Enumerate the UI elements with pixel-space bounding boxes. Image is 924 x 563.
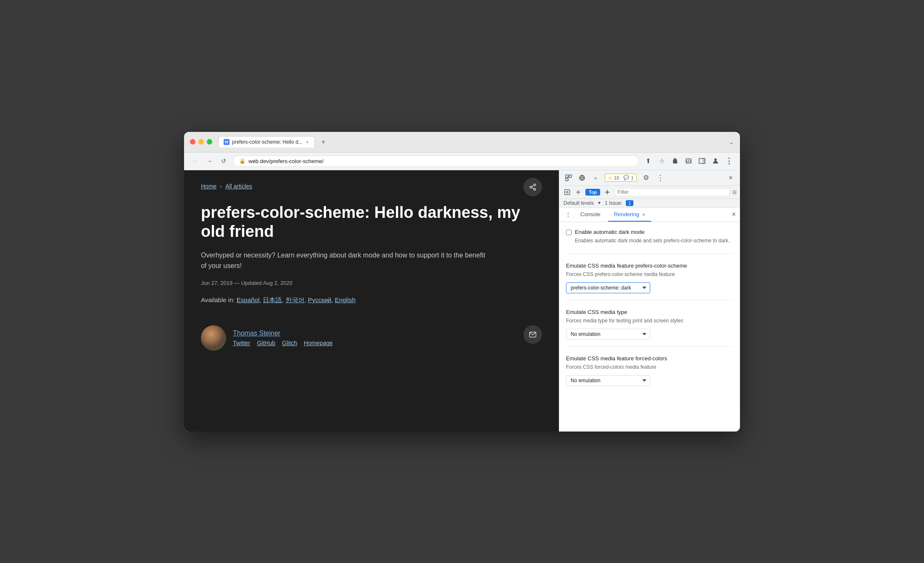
available-in-label: Available in: (201, 296, 235, 303)
devtools-panel-close[interactable]: × (732, 211, 736, 218)
author-homepage[interactable]: Homepage (304, 340, 333, 346)
auto-dark-mode-checkbox[interactable] (566, 230, 571, 235)
forward-button[interactable]: → (204, 156, 214, 166)
devtools-settings-icon[interactable]: ⚙ (640, 172, 652, 184)
devtools-tab-menu[interactable]: ⋮ (563, 208, 573, 221)
svg-point-5 (530, 186, 532, 188)
author-avatar (201, 325, 226, 351)
svg-rect-10 (566, 175, 568, 177)
devtools-network-icon[interactable] (576, 172, 588, 184)
author-name[interactable]: Thomas Steiner (233, 330, 333, 337)
issues-dropdown-icon[interactable]: ▼ (597, 201, 601, 205)
issues-badge[interactable]: 1 (626, 200, 633, 206)
tab-rendering-label: Rendering (614, 211, 639, 217)
warning-icon: ⚠ (608, 175, 612, 180)
author-twitter[interactable]: Twitter (233, 340, 250, 346)
tab-bar: W prefers-color-scheme: Hello d... × + (218, 136, 725, 148)
svg-point-3 (714, 158, 717, 161)
lang-japanese[interactable]: 日本語 (263, 296, 282, 303)
auto-dark-mode-desc: Enables automatic dark mode and sets pre… (575, 237, 730, 244)
tab-close-button[interactable]: × (305, 139, 309, 145)
svg-line-8 (531, 185, 534, 186)
author-links: Twitter GitHub Glitch Homepage (233, 340, 333, 346)
devtools-more-icon[interactable]: ⋮ (654, 172, 666, 184)
email-button[interactable] (523, 325, 542, 344)
maximize-traffic-light[interactable] (207, 139, 212, 145)
close-traffic-light[interactable] (190, 139, 195, 145)
tab-favicon: W (224, 139, 230, 145)
share-icon[interactable]: ⬆ (643, 156, 653, 166)
minimize-traffic-light[interactable] (198, 139, 204, 145)
devtools-close-icon[interactable]: × (725, 172, 737, 184)
emulate-media-select[interactable]: No emulation print screen (566, 329, 650, 340)
back-button[interactable]: ← (190, 156, 200, 166)
refresh-button[interactable]: ↺ (219, 156, 229, 166)
title-bar: W prefers-color-scheme: Hello d... × + ⌄ (184, 132, 740, 153)
emulate-prefers-color-section: Emulate CSS media feature prefers-color-… (566, 263, 733, 300)
breadcrumb-separator: › (220, 183, 222, 190)
active-tab[interactable]: W prefers-color-scheme: Hello d... × (218, 136, 315, 147)
svg-rect-12 (569, 175, 571, 177)
devtools-warnings-badge[interactable]: ⚠ 10 💬 1 (605, 174, 637, 182)
url-bar[interactable]: 🔒 web.dev/prefers-color-scheme/ (233, 155, 639, 167)
svg-rect-2 (702, 158, 705, 164)
devtools-panel: » ⚠ 10 💬 1 ⚙ ⋮ × (559, 170, 740, 432)
devtools-filter-icons (563, 188, 583, 197)
emulate-forced-select[interactable]: No emulation active none (566, 375, 650, 386)
window-dropdown[interactable]: ⌄ (729, 139, 734, 145)
web-page: Home › All articles prefers-color-scheme… (184, 170, 559, 432)
tab-rendering[interactable]: Rendering × (608, 208, 651, 222)
emulate-forced-title: Emulate CSS media feature forced-colors (566, 355, 733, 362)
lang-russian[interactable]: Русский (308, 296, 331, 303)
author-glitch[interactable]: Glitch (282, 340, 297, 346)
tab-rendering-close[interactable]: × (642, 212, 645, 217)
emulate-color-select[interactable]: prefers-color-scheme: dark No emulation … (566, 282, 650, 293)
devtools-rendering-content: Enable automatic dark mode Enables autom… (559, 222, 740, 432)
content-area: Home › All articles prefers-color-scheme… (184, 170, 740, 432)
svg-point-4 (534, 184, 536, 186)
devtools-issues-bar: Default levels ▼ 1 Issue: 1 (559, 199, 740, 208)
warnings-count: 10 (614, 175, 619, 180)
new-tab-button[interactable]: + (318, 136, 329, 148)
devtools-toolbar: » ⚠ 10 💬 1 ⚙ ⋮ × (559, 170, 740, 186)
tab-console[interactable]: Console (574, 208, 606, 222)
lang-korean[interactable]: 한국어 (286, 296, 304, 303)
share-button[interactable] (523, 178, 542, 196)
devtools-filter-2[interactable] (574, 188, 583, 197)
emulate-forced-desc: Forces CSS forced-colors media feature (566, 363, 733, 371)
svg-rect-14 (565, 190, 570, 195)
devtools-filter-options[interactable]: ⊟ (732, 189, 737, 195)
lang-espanol[interactable]: Español (237, 296, 259, 303)
address-bar: ← → ↺ 🔒 web.dev/prefers-color-scheme/ ⬆ … (184, 153, 740, 170)
emulate-media-title: Emulate CSS media type (566, 309, 733, 315)
devtools-top-button[interactable]: Top (585, 189, 600, 196)
devtools-filter-3[interactable] (603, 188, 612, 197)
more-options-icon[interactable]: ⋮ (724, 156, 734, 166)
breadcrumb-home[interactable]: Home (201, 183, 216, 190)
emulate-forced-colors-section: Emulate CSS media feature forced-colors … (566, 355, 733, 393)
lang-english[interactable]: English (335, 296, 355, 303)
svg-line-7 (531, 188, 534, 189)
author-section: Thomas Steiner Twitter GitHub Glitch Hom… (201, 325, 542, 351)
auto-dark-mode-title: Enable automatic dark mode (575, 229, 730, 235)
profile-icon[interactable] (710, 156, 721, 166)
emulate-media-desc: Forces media type for testing print and … (566, 317, 733, 324)
devtools-icon[interactable] (684, 156, 694, 166)
lock-icon: 🔒 (239, 158, 246, 164)
article-description: Overhyped or necessity? Learn everything… (201, 250, 487, 271)
author-info: Thomas Steiner Twitter GitHub Glitch Hom… (233, 330, 333, 346)
devtools-filter-bar: Top ⊟ (559, 186, 740, 199)
author-github[interactable]: GitHub (257, 340, 275, 346)
sidebar-icon[interactable] (697, 156, 707, 166)
auto-dark-mode-section: Enable automatic dark mode Enables autom… (566, 229, 733, 254)
devtools-filter-input[interactable] (614, 188, 730, 196)
breadcrumb: Home › All articles (201, 183, 542, 190)
devtools-more-panels[interactable]: » (590, 172, 601, 184)
breadcrumb-all-articles[interactable]: All articles (225, 183, 252, 190)
devtools-filter-1[interactable] (563, 188, 572, 197)
extensions-icon[interactable] (670, 156, 680, 166)
bookmark-icon[interactable]: ☆ (657, 156, 667, 166)
default-levels-label[interactable]: Default levels (563, 200, 594, 206)
article-date: Jun 27, 2019 — Updated Aug 2, 2020 (201, 280, 542, 286)
devtools-elements-icon[interactable] (563, 172, 574, 184)
